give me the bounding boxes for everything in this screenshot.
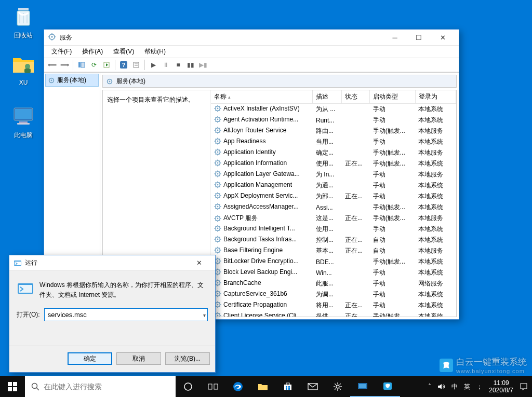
run-input[interactable] bbox=[44, 308, 208, 321]
column-header-name[interactable]: 名称 bbox=[211, 90, 313, 104]
desktop-icon-recycle-bin[interactable]: 回收站 bbox=[5, 4, 42, 40]
toolbar-stop-service[interactable]: ■ bbox=[172, 59, 184, 71]
taskbar-edge[interactable] bbox=[225, 376, 250, 397]
toolbar-show-hide-tree[interactable] bbox=[76, 59, 87, 71]
service-row[interactable]: Application Management为通...手动本地系统 bbox=[211, 180, 456, 191]
run-close-button[interactable]: ✕ bbox=[187, 255, 211, 271]
services-titlebar[interactable]: 服务 ─ ☐ ✕ bbox=[44, 30, 459, 45]
taskbar-store[interactable] bbox=[275, 376, 300, 397]
taskbar-taskview[interactable] bbox=[201, 376, 225, 397]
service-startup: 手动 bbox=[370, 224, 415, 235]
run-ok-button[interactable]: 确定 bbox=[68, 352, 112, 365]
service-row[interactable]: App Readiness当用...手动本地系统 bbox=[211, 136, 456, 147]
toolbar-restart-service[interactable]: ▮▮ bbox=[185, 59, 196, 71]
service-startup: 手动 bbox=[370, 278, 415, 289]
column-header-logon[interactable]: 登录为 bbox=[415, 90, 456, 104]
column-header-status[interactable]: 状态 bbox=[342, 90, 370, 104]
service-name: App Readiness bbox=[211, 136, 313, 146]
gear-icon bbox=[106, 78, 113, 85]
service-row[interactable]: Block Level Backup Engi...Win...手动本地系统 bbox=[211, 267, 456, 278]
run-browse-button[interactable]: 浏览(B)... bbox=[165, 352, 210, 365]
tray-date: 2020/8/7 bbox=[489, 387, 513, 394]
tray-clock[interactable]: 11:09 2020/8/7 bbox=[489, 379, 513, 394]
service-status: 正在... bbox=[342, 311, 370, 317]
run-titlebar[interactable]: 运行 ✕ bbox=[9, 255, 215, 271]
tray-ime-mode[interactable]: 英 bbox=[464, 382, 470, 391]
toolbar-refresh[interactable]: ⟳ bbox=[88, 59, 100, 71]
desktop-icon-this-pc[interactable]: 此电脑 bbox=[5, 104, 42, 140]
service-startup: 手动 bbox=[370, 267, 415, 278]
run-cancel-button[interactable]: 取消 bbox=[116, 352, 161, 365]
taskbar-search-input[interactable] bbox=[44, 382, 169, 391]
svg-line-235 bbox=[37, 388, 39, 391]
svg-point-117 bbox=[217, 206, 219, 208]
svg-line-164 bbox=[215, 252, 216, 252]
toolbar-properties[interactable] bbox=[130, 59, 142, 71]
service-desc: 这是... bbox=[313, 213, 342, 224]
service-row[interactable]: AssignedAccessManager...Assi...手动(触发...本… bbox=[211, 202, 456, 213]
toolbar-resume-service[interactable]: ▶▮ bbox=[197, 59, 209, 71]
service-row[interactable]: Application Identity确定...手动(触发...本地服务 bbox=[211, 147, 456, 158]
svg-rect-232 bbox=[8, 387, 12, 391]
toolbar-export[interactable] bbox=[101, 59, 112, 71]
tray-notifications-icon[interactable] bbox=[520, 382, 528, 391]
service-row[interactable]: Application Information使用...正在...手动(触发..… bbox=[211, 158, 456, 169]
service-row[interactable]: AllJoyn Router Service路由...手动(触发...本地服务 bbox=[211, 126, 456, 136]
taskbar-search[interactable] bbox=[25, 376, 176, 397]
desktop-icon-user-folder[interactable]: XU bbox=[5, 52, 42, 86]
service-row[interactable]: Application Layer Gatewa...为 In...手动本地服务 bbox=[211, 169, 456, 180]
service-row[interactable]: AVCTP 服务这是...正在...手动(触发...本地服务 bbox=[211, 213, 456, 224]
svg-line-54 bbox=[215, 132, 216, 132]
menu-action[interactable]: 操作(A) bbox=[78, 46, 107, 57]
menu-view[interactable]: 查看(V) bbox=[109, 46, 138, 57]
run-dialog: 运行 ✕ Windows 将根据你所输入的名称，为你打开相应的程序、文件夹、文档… bbox=[9, 255, 216, 373]
taskbar-app-services[interactable] bbox=[350, 376, 375, 397]
svg-rect-1 bbox=[18, 8, 29, 10]
service-logon: 本地系统 bbox=[415, 115, 456, 126]
tray-volume-icon[interactable] bbox=[437, 383, 445, 390]
taskbar-explorer[interactable] bbox=[250, 376, 275, 397]
minimize-button[interactable]: ─ bbox=[383, 30, 407, 45]
service-row[interactable]: AppX Deployment Servic...为部...正在...手动本地系… bbox=[211, 191, 456, 202]
column-header-startup[interactable]: 启动类型 bbox=[370, 90, 415, 104]
toolbar-forward[interactable]: ⟹ bbox=[59, 59, 70, 71]
menu-file[interactable]: 文件(F) bbox=[47, 46, 76, 57]
taskbar-cortana[interactable] bbox=[176, 376, 201, 397]
tray-ime-punct[interactable]: ； bbox=[476, 382, 483, 391]
taskbar-mail[interactable] bbox=[300, 376, 325, 397]
tray-chevron-up-icon[interactable]: ˄ bbox=[428, 383, 431, 390]
service-row[interactable]: BitLocker Drive Encryptio...BDE...手动(触发.… bbox=[211, 256, 456, 267]
service-list[interactable]: 名称 描述 状态 启动类型 登录为 ActiveX Installer (AxI… bbox=[211, 90, 456, 317]
toolbar-pause-service[interactable]: ⏸ bbox=[160, 59, 171, 71]
column-header-desc[interactable]: 描述 bbox=[313, 90, 342, 104]
service-row[interactable]: CaptureService_361b6为调...手动本地系统 bbox=[211, 289, 456, 300]
service-row[interactable]: ActiveX Installer (AxInstSV)为从 ...手动本地系统 bbox=[211, 104, 456, 115]
svg-line-123 bbox=[219, 208, 220, 209]
toolbar-start-service[interactable]: ▶ bbox=[148, 59, 159, 71]
service-row[interactable]: Client License Service (Cli...提供...正在...… bbox=[211, 311, 456, 317]
svg-line-255 bbox=[340, 384, 341, 385]
service-startup: 手动(触发... bbox=[370, 202, 415, 213]
tree-item-services-local[interactable]: 服务(本地) bbox=[45, 74, 99, 87]
close-button[interactable]: ✕ bbox=[431, 30, 455, 45]
maximize-button[interactable]: ☐ bbox=[407, 30, 431, 45]
tray-ime-lang[interactable]: 中 bbox=[451, 382, 458, 391]
service-row[interactable]: Background Intelligent T...使用...手动本地系统 bbox=[211, 224, 456, 235]
svg-line-145 bbox=[219, 226, 220, 226]
services-gear-icon bbox=[48, 33, 57, 42]
service-row[interactable]: Background Tasks Infras...控制...正在...自动本地… bbox=[211, 235, 456, 245]
service-row[interactable]: BranchCache此服...手动网络服务 bbox=[211, 278, 456, 289]
start-button[interactable] bbox=[0, 376, 25, 397]
service-row[interactable]: Certificate Propagation将用...正在...手动本地系统 bbox=[211, 300, 456, 311]
service-desc: 路由... bbox=[313, 126, 342, 136]
taskbar-app-tool[interactable] bbox=[375, 376, 400, 397]
toolbar-help[interactable]: ? bbox=[118, 59, 129, 71]
taskbar-settings[interactable] bbox=[325, 376, 350, 397]
run-dialog-icon bbox=[17, 280, 34, 298]
service-row[interactable]: Agent Activation Runtime...Runt...手动本地系统 bbox=[211, 115, 456, 126]
svg-point-197 bbox=[217, 293, 219, 295]
service-row[interactable]: Base Filtering Engine基本...正在...自动本地服务 bbox=[211, 245, 456, 256]
service-status: 正在... bbox=[342, 191, 370, 202]
toolbar-back[interactable]: ⟸ bbox=[46, 59, 58, 71]
menu-help[interactable]: 帮助(H) bbox=[140, 46, 170, 57]
